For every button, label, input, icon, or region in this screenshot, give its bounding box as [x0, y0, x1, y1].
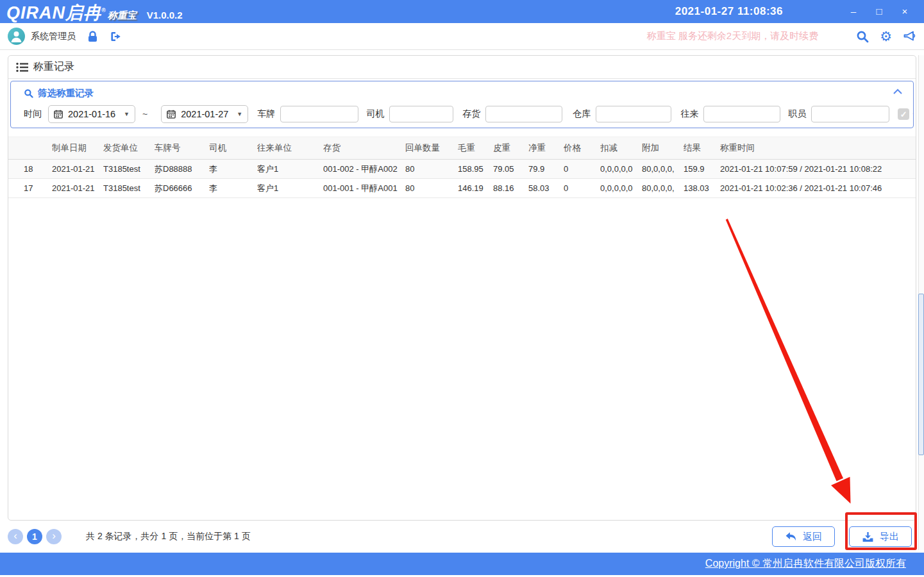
pagination-summary: 共 2 条记录，共分 1 页，当前位于第 1 页 [86, 531, 251, 542]
chevron-up-icon[interactable] [893, 88, 903, 95]
weighing-records-table: 制单日期发货单位车牌号司机往来单位存货回单数量毛重皮重净重价格扣减附加结果称重时… [8, 137, 916, 198]
column-header: 发货单位 [103, 137, 155, 160]
inventory-input[interactable] [485, 106, 562, 122]
service-expiry-warning: 称重宝 服务还剩余2天到期，请及时续费 [647, 30, 819, 42]
download-icon [862, 531, 874, 542]
table-cell: 80,0,0,0, [642, 160, 684, 179]
contact-label: 往来 [680, 108, 698, 120]
registered-mark: ® [101, 7, 106, 13]
copyright-link[interactable]: Copyright © 常州启冉软件有限公司版权所有 [705, 557, 906, 571]
gear-icon[interactable]: ⚙ [880, 30, 892, 43]
search-icon[interactable] [856, 30, 869, 43]
date-range-separator: ~ [142, 109, 147, 119]
table-cell: 苏D66666 [155, 179, 209, 198]
lock-icon[interactable] [87, 31, 98, 42]
logout-icon[interactable] [110, 31, 122, 42]
column-header: 结果 [684, 137, 720, 160]
vertical-scrollbar-thumb[interactable] [918, 294, 924, 455]
table-cell: 79.9 [528, 160, 564, 179]
table-cell: 17 [8, 179, 52, 198]
date-to-picker[interactable]: 2021-01-27 ▼ [161, 105, 248, 123]
current-user-label: 系统管理员 [31, 31, 76, 42]
warehouse-label: 仓库 [573, 108, 591, 120]
driver-input[interactable] [389, 106, 453, 122]
column-header: 毛重 [458, 137, 493, 160]
staff-input[interactable] [811, 106, 889, 122]
minimize-button[interactable]: – [841, 0, 866, 23]
logo-badge: 称重宝 [108, 10, 137, 22]
table-cell: 79.05 [493, 160, 528, 179]
column-header: 司机 [209, 137, 257, 160]
table-cell: 李 [209, 160, 257, 179]
search-icon [24, 88, 33, 98]
table-row[interactable]: 172021-01-21T3185test苏D66666李客户1001-001 … [8, 179, 916, 198]
table-cell: T3185test [103, 160, 155, 179]
contact-input[interactable] [703, 106, 780, 122]
page-header: 称重记录 [8, 56, 916, 79]
clock: 2021-01-27 11:08:36 [675, 5, 783, 18]
column-header: 附加 [642, 137, 684, 160]
column-header: 存货 [323, 137, 405, 160]
table-cell: 80 [405, 160, 458, 179]
chevron-down-icon: ▼ [124, 111, 130, 117]
column-header: 制单日期 [52, 137, 103, 160]
logo-text: QIRAN启冉® [6, 0, 106, 24]
bottom-bar: ‹ 1 › 共 2 条记录，共分 1 页，当前位于第 1 页 返回 导出 [8, 521, 916, 553]
avatar[interactable] [8, 28, 25, 45]
date-from-picker[interactable]: 2021-01-16 ▼ [48, 105, 135, 123]
include-checkbox[interactable]: ✓ [898, 108, 909, 120]
table-cell: 159.9 [684, 160, 720, 179]
current-page-button[interactable]: 1 [27, 529, 42, 544]
column-header [8, 137, 52, 160]
table-cell: 0 [564, 179, 600, 198]
filter-row: 时间 2021-01-16 ▼ ~ [11, 105, 913, 123]
staff-label: 职员 [788, 108, 806, 120]
table-row[interactable]: 182021-01-21T3185test苏D88888李客户1001-002 … [8, 160, 916, 179]
close-button[interactable]: × [892, 0, 918, 23]
table-cell: 李 [209, 179, 257, 198]
table-cell: 0 [564, 160, 600, 179]
column-header: 扣减 [600, 137, 642, 160]
calendar-icon [167, 110, 176, 119]
date-from-value: 2021-01-16 [68, 109, 115, 119]
user-icon [8, 28, 25, 45]
table-cell: 001-001 - 甲醇A001 [323, 179, 405, 198]
prev-page-button[interactable]: ‹ [8, 529, 23, 544]
calendar-icon [54, 110, 63, 119]
table-cell: T3185test [103, 179, 155, 198]
driver-label: 司机 [366, 108, 384, 120]
app-version: V1.0.0.2 [147, 10, 183, 21]
list-icon [16, 62, 28, 72]
export-button-label: 导出 [880, 531, 899, 543]
plate-input[interactable] [280, 106, 358, 122]
date-to-value: 2021-01-27 [181, 109, 228, 119]
title-bar: QIRAN启冉® 称重宝 V1.0.0.2 2021-01-27 11:08:3… [0, 0, 924, 23]
next-page-button[interactable]: › [46, 529, 62, 544]
column-header: 称重时间 [720, 137, 916, 160]
chevron-down-icon: ▼ [237, 111, 242, 117]
table-body: 182021-01-21T3185test苏D88888李客户1001-002 … [8, 160, 916, 198]
back-button-label: 返回 [803, 531, 822, 543]
maximize-button[interactable]: □ [866, 0, 892, 23]
warehouse-input[interactable] [596, 106, 671, 122]
column-header: 皮重 [493, 137, 528, 160]
table-cell: 0,0,0,0,0 [600, 160, 642, 179]
table-cell: 18 [8, 160, 52, 179]
table-cell: 158.95 [458, 160, 493, 179]
app-logo: QIRAN启冉® 称重宝 V1.0.0.2 [6, 0, 183, 24]
megaphone-icon[interactable] [903, 30, 916, 42]
table-cell: 2021-01-21 [52, 179, 103, 198]
filter-panel: 筛选称重记录 时间 2021-01-16 ▼ ~ [10, 81, 914, 128]
plate-label: 车牌 [257, 108, 275, 120]
time-label: 时间 [24, 108, 42, 120]
back-button[interactable]: 返回 [772, 526, 835, 547]
table-cell: 146.19 [458, 179, 493, 198]
export-button[interactable]: 导出 [849, 526, 912, 547]
footer-bar: Copyright © 常州启冉软件有限公司版权所有 [0, 553, 924, 575]
table-cell: 58.03 [528, 179, 564, 198]
column-header: 往来单位 [257, 137, 323, 160]
table-cell: 苏D88888 [155, 160, 209, 179]
table-cell: 客户1 [257, 179, 323, 198]
table-cell: 2021-01-21 10:02:36 / 2021-01-21 10:07:4… [720, 179, 916, 198]
inventory-label: 存货 [462, 108, 480, 120]
